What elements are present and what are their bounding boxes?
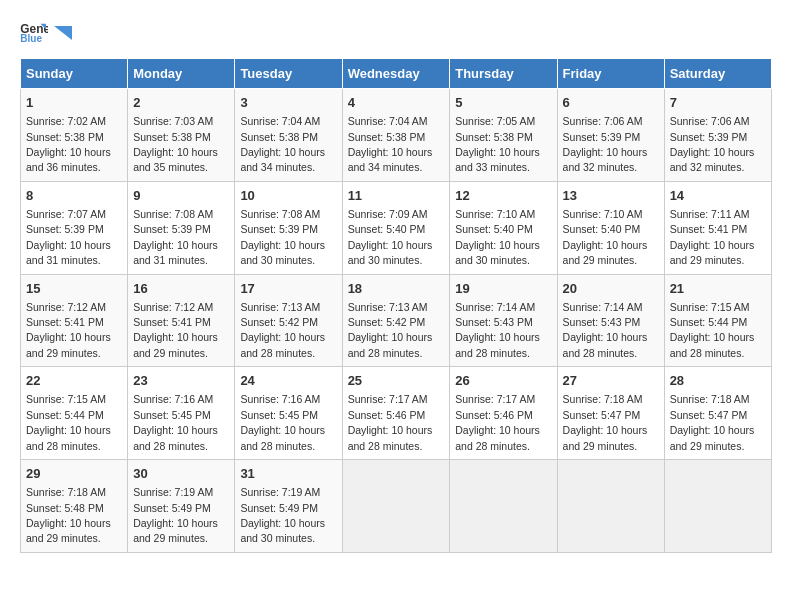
calendar-day-cell: 23 Sunrise: 7:16 AMSunset: 5:45 PMDaylig… bbox=[128, 367, 235, 460]
day-info: Sunrise: 7:19 AMSunset: 5:49 PMDaylight:… bbox=[133, 486, 218, 544]
calendar-day-cell: 29 Sunrise: 7:18 AMSunset: 5:48 PMDaylig… bbox=[21, 460, 128, 553]
day-number: 20 bbox=[563, 280, 659, 298]
day-info: Sunrise: 7:06 AMSunset: 5:39 PMDaylight:… bbox=[670, 115, 755, 173]
day-number: 19 bbox=[455, 280, 551, 298]
day-info: Sunrise: 7:06 AMSunset: 5:39 PMDaylight:… bbox=[563, 115, 648, 173]
day-info: Sunrise: 7:13 AMSunset: 5:42 PMDaylight:… bbox=[348, 301, 433, 359]
day-number: 4 bbox=[348, 94, 445, 112]
day-number: 16 bbox=[133, 280, 229, 298]
logo: General Blue bbox=[20, 20, 72, 42]
day-info: Sunrise: 7:11 AMSunset: 5:41 PMDaylight:… bbox=[670, 208, 755, 266]
day-number: 27 bbox=[563, 372, 659, 390]
weekday-header-tuesday: Tuesday bbox=[235, 59, 342, 89]
calendar-table: SundayMondayTuesdayWednesdayThursdayFrid… bbox=[20, 58, 772, 553]
calendar-day-cell: 6 Sunrise: 7:06 AMSunset: 5:39 PMDayligh… bbox=[557, 89, 664, 182]
day-number: 26 bbox=[455, 372, 551, 390]
calendar-day-cell: 3 Sunrise: 7:04 AMSunset: 5:38 PMDayligh… bbox=[235, 89, 342, 182]
calendar-week-row: 22 Sunrise: 7:15 AMSunset: 5:44 PMDaylig… bbox=[21, 367, 772, 460]
logo-icon: General Blue bbox=[20, 20, 48, 42]
day-info: Sunrise: 7:10 AMSunset: 5:40 PMDaylight:… bbox=[455, 208, 540, 266]
day-info: Sunrise: 7:02 AMSunset: 5:38 PMDaylight:… bbox=[26, 115, 111, 173]
day-number: 23 bbox=[133, 372, 229, 390]
day-number: 11 bbox=[348, 187, 445, 205]
calendar-header-row: SundayMondayTuesdayWednesdayThursdayFrid… bbox=[21, 59, 772, 89]
calendar-week-row: 1 Sunrise: 7:02 AMSunset: 5:38 PMDayligh… bbox=[21, 89, 772, 182]
day-info: Sunrise: 7:19 AMSunset: 5:49 PMDaylight:… bbox=[240, 486, 325, 544]
calendar-day-cell: 25 Sunrise: 7:17 AMSunset: 5:46 PMDaylig… bbox=[342, 367, 450, 460]
day-number: 1 bbox=[26, 94, 122, 112]
day-number: 2 bbox=[133, 94, 229, 112]
day-info: Sunrise: 7:14 AMSunset: 5:43 PMDaylight:… bbox=[455, 301, 540, 359]
calendar-day-cell: 16 Sunrise: 7:12 AMSunset: 5:41 PMDaylig… bbox=[128, 274, 235, 367]
day-number: 12 bbox=[455, 187, 551, 205]
day-info: Sunrise: 7:04 AMSunset: 5:38 PMDaylight:… bbox=[240, 115, 325, 173]
weekday-header-saturday: Saturday bbox=[664, 59, 771, 89]
day-info: Sunrise: 7:08 AMSunset: 5:39 PMDaylight:… bbox=[240, 208, 325, 266]
day-number: 21 bbox=[670, 280, 766, 298]
calendar-day-cell: 14 Sunrise: 7:11 AMSunset: 5:41 PMDaylig… bbox=[664, 181, 771, 274]
day-number: 10 bbox=[240, 187, 336, 205]
day-info: Sunrise: 7:17 AMSunset: 5:46 PMDaylight:… bbox=[348, 393, 433, 451]
day-number: 8 bbox=[26, 187, 122, 205]
calendar-day-cell: 28 Sunrise: 7:18 AMSunset: 5:47 PMDaylig… bbox=[664, 367, 771, 460]
calendar-week-row: 15 Sunrise: 7:12 AMSunset: 5:41 PMDaylig… bbox=[21, 274, 772, 367]
calendar-day-cell: 17 Sunrise: 7:13 AMSunset: 5:42 PMDaylig… bbox=[235, 274, 342, 367]
calendar-week-row: 29 Sunrise: 7:18 AMSunset: 5:48 PMDaylig… bbox=[21, 460, 772, 553]
day-number: 24 bbox=[240, 372, 336, 390]
calendar-day-cell bbox=[450, 460, 557, 553]
calendar-day-cell: 5 Sunrise: 7:05 AMSunset: 5:38 PMDayligh… bbox=[450, 89, 557, 182]
day-number: 28 bbox=[670, 372, 766, 390]
calendar-day-cell: 7 Sunrise: 7:06 AMSunset: 5:39 PMDayligh… bbox=[664, 89, 771, 182]
day-info: Sunrise: 7:04 AMSunset: 5:38 PMDaylight:… bbox=[348, 115, 433, 173]
calendar-day-cell: 4 Sunrise: 7:04 AMSunset: 5:38 PMDayligh… bbox=[342, 89, 450, 182]
calendar-day-cell: 31 Sunrise: 7:19 AMSunset: 5:49 PMDaylig… bbox=[235, 460, 342, 553]
day-number: 31 bbox=[240, 465, 336, 483]
calendar-day-cell: 22 Sunrise: 7:15 AMSunset: 5:44 PMDaylig… bbox=[21, 367, 128, 460]
calendar-body: 1 Sunrise: 7:02 AMSunset: 5:38 PMDayligh… bbox=[21, 89, 772, 553]
weekday-header-thursday: Thursday bbox=[450, 59, 557, 89]
day-info: Sunrise: 7:18 AMSunset: 5:47 PMDaylight:… bbox=[563, 393, 648, 451]
calendar-day-cell: 26 Sunrise: 7:17 AMSunset: 5:46 PMDaylig… bbox=[450, 367, 557, 460]
day-info: Sunrise: 7:16 AMSunset: 5:45 PMDaylight:… bbox=[133, 393, 218, 451]
day-number: 17 bbox=[240, 280, 336, 298]
calendar-week-row: 8 Sunrise: 7:07 AMSunset: 5:39 PMDayligh… bbox=[21, 181, 772, 274]
calendar-day-cell: 2 Sunrise: 7:03 AMSunset: 5:38 PMDayligh… bbox=[128, 89, 235, 182]
day-number: 7 bbox=[670, 94, 766, 112]
day-number: 22 bbox=[26, 372, 122, 390]
page-header: General Blue bbox=[20, 20, 772, 42]
day-info: Sunrise: 7:14 AMSunset: 5:43 PMDaylight:… bbox=[563, 301, 648, 359]
calendar-day-cell: 27 Sunrise: 7:18 AMSunset: 5:47 PMDaylig… bbox=[557, 367, 664, 460]
calendar-day-cell: 24 Sunrise: 7:16 AMSunset: 5:45 PMDaylig… bbox=[235, 367, 342, 460]
calendar-day-cell bbox=[342, 460, 450, 553]
svg-text:Blue: Blue bbox=[20, 33, 42, 42]
day-number: 30 bbox=[133, 465, 229, 483]
calendar-day-cell bbox=[557, 460, 664, 553]
day-info: Sunrise: 7:18 AMSunset: 5:47 PMDaylight:… bbox=[670, 393, 755, 451]
day-info: Sunrise: 7:10 AMSunset: 5:40 PMDaylight:… bbox=[563, 208, 648, 266]
day-number: 6 bbox=[563, 94, 659, 112]
day-number: 15 bbox=[26, 280, 122, 298]
calendar-day-cell: 10 Sunrise: 7:08 AMSunset: 5:39 PMDaylig… bbox=[235, 181, 342, 274]
calendar-day-cell: 1 Sunrise: 7:02 AMSunset: 5:38 PMDayligh… bbox=[21, 89, 128, 182]
day-info: Sunrise: 7:18 AMSunset: 5:48 PMDaylight:… bbox=[26, 486, 111, 544]
calendar-day-cell: 30 Sunrise: 7:19 AMSunset: 5:49 PMDaylig… bbox=[128, 460, 235, 553]
weekday-header-wednesday: Wednesday bbox=[342, 59, 450, 89]
day-info: Sunrise: 7:15 AMSunset: 5:44 PMDaylight:… bbox=[26, 393, 111, 451]
calendar-day-cell: 8 Sunrise: 7:07 AMSunset: 5:39 PMDayligh… bbox=[21, 181, 128, 274]
day-info: Sunrise: 7:09 AMSunset: 5:40 PMDaylight:… bbox=[348, 208, 433, 266]
day-info: Sunrise: 7:05 AMSunset: 5:38 PMDaylight:… bbox=[455, 115, 540, 173]
day-info: Sunrise: 7:17 AMSunset: 5:46 PMDaylight:… bbox=[455, 393, 540, 451]
day-info: Sunrise: 7:07 AMSunset: 5:39 PMDaylight:… bbox=[26, 208, 111, 266]
calendar-day-cell: 9 Sunrise: 7:08 AMSunset: 5:39 PMDayligh… bbox=[128, 181, 235, 274]
calendar-day-cell: 15 Sunrise: 7:12 AMSunset: 5:41 PMDaylig… bbox=[21, 274, 128, 367]
calendar-day-cell: 12 Sunrise: 7:10 AMSunset: 5:40 PMDaylig… bbox=[450, 181, 557, 274]
day-number: 3 bbox=[240, 94, 336, 112]
weekday-header-monday: Monday bbox=[128, 59, 235, 89]
day-number: 25 bbox=[348, 372, 445, 390]
weekday-header-friday: Friday bbox=[557, 59, 664, 89]
day-number: 29 bbox=[26, 465, 122, 483]
day-info: Sunrise: 7:13 AMSunset: 5:42 PMDaylight:… bbox=[240, 301, 325, 359]
svg-marker-3 bbox=[54, 26, 72, 40]
calendar-day-cell: 20 Sunrise: 7:14 AMSunset: 5:43 PMDaylig… bbox=[557, 274, 664, 367]
day-info: Sunrise: 7:12 AMSunset: 5:41 PMDaylight:… bbox=[26, 301, 111, 359]
